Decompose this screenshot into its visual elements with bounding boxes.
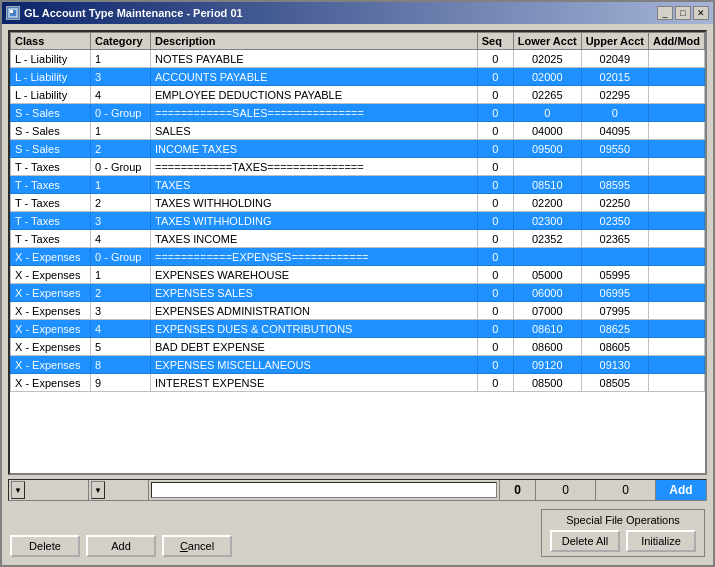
add-cell[interactable]: Add bbox=[656, 480, 706, 500]
table-body: L - Liability1NOTES PAYABLE00202502049L … bbox=[11, 50, 705, 392]
titlebar-left: GL Account Type Maintenance - Period 01 bbox=[6, 6, 243, 20]
table-row[interactable]: X - Expenses0 - Group============EXPENSE… bbox=[11, 248, 705, 266]
cell-category: 4 bbox=[91, 86, 151, 104]
cell-class: S - Sales bbox=[11, 104, 91, 122]
class-dropdown-cell: ▼ bbox=[9, 480, 89, 500]
category-dropdown-cell: ▼ bbox=[89, 480, 149, 500]
cell-category: 4 bbox=[91, 230, 151, 248]
cell-lower: 05000 bbox=[513, 266, 581, 284]
cell-addmod bbox=[648, 248, 704, 266]
table-row[interactable]: X - Expenses9INTEREST EXPENSE00850008505 bbox=[11, 374, 705, 392]
cell-upper: 09130 bbox=[581, 356, 648, 374]
cell-seq: 0 bbox=[477, 248, 513, 266]
table-row[interactable]: T - Taxes4TAXES INCOME00235202365 bbox=[11, 230, 705, 248]
cell-category: 1 bbox=[91, 176, 151, 194]
initialize-button[interactable]: Initialize bbox=[626, 530, 696, 552]
cell-lower: 06000 bbox=[513, 284, 581, 302]
table-row[interactable]: X - Expenses5BAD DEBT EXPENSE00860008605 bbox=[11, 338, 705, 356]
table-row[interactable]: T - Taxes0 - Group============TAXES=====… bbox=[11, 158, 705, 176]
cell-upper: 07995 bbox=[581, 302, 648, 320]
cell-upper: 02250 bbox=[581, 194, 648, 212]
cell-seq: 0 bbox=[477, 284, 513, 302]
table-row[interactable]: L - Liability3ACCOUNTS PAYABLE0020000201… bbox=[11, 68, 705, 86]
cell-class: X - Expenses bbox=[11, 284, 91, 302]
table-row[interactable]: L - Liability1NOTES PAYABLE00202502049 bbox=[11, 50, 705, 68]
class-dropdown-btn[interactable]: ▼ bbox=[11, 481, 25, 499]
titlebar: GL Account Type Maintenance - Period 01 … bbox=[2, 2, 713, 24]
special-file-ops-title: Special File Operations bbox=[550, 514, 696, 526]
cell-upper: 04095 bbox=[581, 122, 648, 140]
cell-category: 2 bbox=[91, 194, 151, 212]
table-row[interactable]: X - Expenses1EXPENSES WAREHOUSE005000059… bbox=[11, 266, 705, 284]
cell-seq: 0 bbox=[477, 356, 513, 374]
minimize-button[interactable]: _ bbox=[657, 6, 673, 20]
table-scroll[interactable]: Class Category Description Seq Lower Acc… bbox=[10, 32, 705, 473]
main-window: GL Account Type Maintenance - Period 01 … bbox=[0, 0, 715, 567]
table-row[interactable]: S - Sales0 - Group============SALES=====… bbox=[11, 104, 705, 122]
description-input[interactable] bbox=[151, 482, 497, 498]
cell-addmod bbox=[648, 104, 704, 122]
cell-lower: 08600 bbox=[513, 338, 581, 356]
cell-description: BAD DEBT EXPENSE bbox=[151, 338, 478, 356]
cell-upper: 02049 bbox=[581, 50, 648, 68]
col-addmod: Add/Mod bbox=[648, 33, 704, 50]
cell-addmod bbox=[648, 68, 704, 86]
table-row[interactable]: S - Sales1SALES00400004095 bbox=[11, 122, 705, 140]
table-row[interactable]: L - Liability4EMPLOYEE DEDUCTIONS PAYABL… bbox=[11, 86, 705, 104]
cell-upper: 08505 bbox=[581, 374, 648, 392]
cell-lower: 02300 bbox=[513, 212, 581, 230]
cell-lower: 04000 bbox=[513, 122, 581, 140]
cell-lower: 02000 bbox=[513, 68, 581, 86]
cell-seq: 0 bbox=[477, 374, 513, 392]
content-area: Class Category Description Seq Lower Acc… bbox=[2, 24, 713, 565]
table-row[interactable]: X - Expenses3EXPENSES ADMINISTRATION0070… bbox=[11, 302, 705, 320]
cell-category: 3 bbox=[91, 302, 151, 320]
cell-seq: 0 bbox=[477, 320, 513, 338]
cell-class: X - Expenses bbox=[11, 320, 91, 338]
cell-seq: 0 bbox=[477, 230, 513, 248]
table-row[interactable]: X - Expenses4EXPENSES DUES & CONTRIBUTIO… bbox=[11, 320, 705, 338]
close-button[interactable]: ✕ bbox=[693, 6, 709, 20]
cell-lower: 09500 bbox=[513, 140, 581, 158]
maximize-button[interactable]: □ bbox=[675, 6, 691, 20]
cell-description: TAXES WITHHOLDING bbox=[151, 194, 478, 212]
bottom-input-row: ▼ ▼ 0 0 0 Add bbox=[8, 479, 707, 501]
delete-all-button[interactable]: Delete All bbox=[550, 530, 620, 552]
cell-lower: 02025 bbox=[513, 50, 581, 68]
cell-class: X - Expenses bbox=[11, 374, 91, 392]
cell-seq: 0 bbox=[477, 158, 513, 176]
cell-lower: 0 bbox=[513, 104, 581, 122]
cell-lower bbox=[513, 248, 581, 266]
table-row[interactable]: X - Expenses2EXPENSES SALES00600006995 bbox=[11, 284, 705, 302]
cell-description: EXPENSES ADMINISTRATION bbox=[151, 302, 478, 320]
lower-value: 0 bbox=[562, 483, 569, 497]
table-row[interactable]: T - Taxes1TAXES00851008595 bbox=[11, 176, 705, 194]
add-button[interactable]: Add bbox=[86, 535, 156, 557]
cell-class: X - Expenses bbox=[11, 356, 91, 374]
col-class: Class bbox=[11, 33, 91, 50]
cell-addmod bbox=[648, 320, 704, 338]
bottom-buttons-area: Delete Add Cancel Special File Operation… bbox=[8, 505, 707, 559]
cell-lower: 02265 bbox=[513, 86, 581, 104]
cell-class: X - Expenses bbox=[11, 266, 91, 284]
cancel-button[interactable]: Cancel bbox=[162, 535, 232, 557]
cell-lower: 08500 bbox=[513, 374, 581, 392]
cell-class: X - Expenses bbox=[11, 248, 91, 266]
cell-seq: 0 bbox=[477, 338, 513, 356]
delete-button[interactable]: Delete bbox=[10, 535, 80, 557]
cell-addmod bbox=[648, 194, 704, 212]
table-row[interactable]: T - Taxes2TAXES WITHHOLDING00220002250 bbox=[11, 194, 705, 212]
table-container: Class Category Description Seq Lower Acc… bbox=[8, 30, 707, 475]
col-description: Description bbox=[151, 33, 478, 50]
category-dropdown-btn[interactable]: ▼ bbox=[91, 481, 105, 499]
cell-category: 1 bbox=[91, 266, 151, 284]
table-row[interactable]: S - Sales2INCOME TAXES00950009550 bbox=[11, 140, 705, 158]
cell-description: INTEREST EXPENSE bbox=[151, 374, 478, 392]
cell-addmod bbox=[648, 176, 704, 194]
table-row[interactable]: T - Taxes3TAXES WITHHOLDING00230002350 bbox=[11, 212, 705, 230]
special-file-ops-buttons: Delete All Initialize bbox=[550, 530, 696, 552]
cell-upper bbox=[581, 158, 648, 176]
table-row[interactable]: X - Expenses8EXPENSES MISCELLANEOUS00912… bbox=[11, 356, 705, 374]
cell-description: EXPENSES MISCELLANEOUS bbox=[151, 356, 478, 374]
cell-class: L - Liability bbox=[11, 68, 91, 86]
